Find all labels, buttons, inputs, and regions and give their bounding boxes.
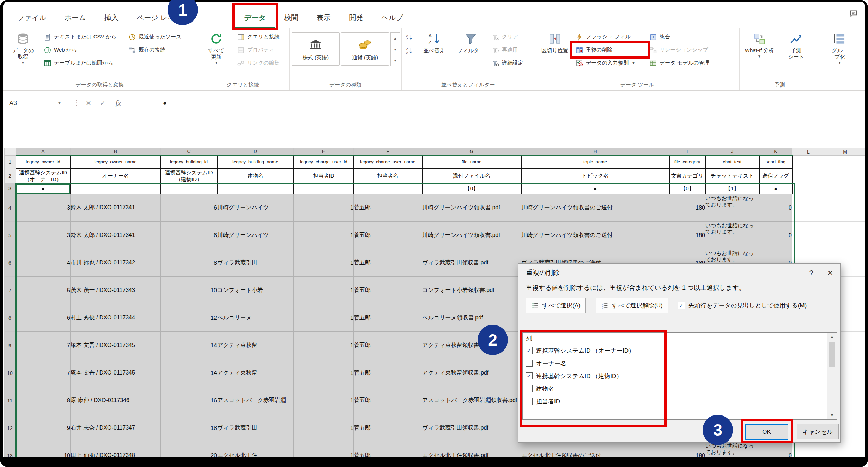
name-box[interactable]: A3 ▼ — [5, 96, 65, 110]
cell-B6[interactable]: 市川 錦也 / DXO-0117342 — [71, 249, 161, 277]
cell-I5[interactable]: 180 — [669, 222, 705, 249]
cell-H5[interactable]: 川崎グリーンハイツ領収書のご送付 — [521, 222, 669, 249]
cell-D3[interactable] — [217, 183, 294, 194]
cell-M4[interactable] — [825, 194, 866, 222]
tab-home[interactable]: ホーム — [55, 7, 95, 28]
from-table-range-button[interactable]: テーブルまたは範囲から — [42, 56, 125, 70]
cell-L2[interactable] — [792, 168, 825, 183]
cell-A11[interactable]: 8 — [16, 387, 71, 414]
cell-A2[interactable]: 連携基幹システムID （オーナーID） — [16, 168, 71, 183]
tab-help[interactable]: ヘルプ — [372, 7, 412, 28]
cell-I13[interactable]: 180 — [669, 442, 705, 457]
cell-J5[interactable]: いつもお世話になっております。 — [705, 222, 759, 249]
edit-links-button[interactable]: リンクの編集 — [235, 56, 288, 70]
row-header-9[interactable]: 9 — [5, 332, 16, 359]
cell-J2[interactable]: チャットテキスト — [705, 168, 759, 183]
cell-M3[interactable] — [825, 183, 866, 194]
tab-file[interactable]: ファイル — [8, 7, 55, 28]
recent-sources-button[interactable]: 最近使ったソース — [127, 30, 195, 43]
cell-E9[interactable]: 1 — [294, 332, 354, 359]
cell-C5[interactable]: 6 — [161, 222, 217, 249]
cell-B12[interactable]: 石井 志奈 / DXO-0117347 — [71, 414, 161, 442]
flash-fill-button[interactable]: フラッシュ フィル — [574, 30, 646, 43]
cell-K3[interactable]: ● — [759, 183, 792, 194]
column-header-M[interactable]: M — [825, 148, 866, 156]
cell-G5[interactable]: 川崎グリーンハイツ領収書.pdf — [422, 222, 521, 249]
cell-F1[interactable]: legacy_charge_user_name — [354, 156, 422, 168]
row-header-1[interactable]: 1 — [5, 156, 16, 168]
close-icon[interactable]: ✕ — [820, 264, 840, 282]
group-button[interactable]: グループ化▼ — [822, 30, 857, 80]
cancel-entry-icon[interactable]: ✕ — [81, 96, 96, 110]
cell-F4[interactable]: 菅五郎 — [354, 194, 422, 222]
ok-button[interactable]: OK — [745, 424, 788, 440]
cell-A5[interactable]: 3 — [16, 222, 71, 249]
cell-B2[interactable]: オーナー名 — [71, 168, 161, 183]
cell-D10[interactable]: アクティ東秋留 — [217, 359, 294, 387]
scrollbar-thumb[interactable] — [829, 342, 835, 367]
cell-M1[interactable] — [825, 156, 866, 168]
column-header-B[interactable]: B — [71, 148, 161, 156]
row-header-2[interactable]: 2 — [5, 168, 16, 183]
refresh-all-button[interactable]: すべて更新▼ — [199, 30, 234, 80]
row-header-4[interactable]: 4 — [5, 194, 16, 222]
cell-A4[interactable]: 3 — [16, 194, 71, 222]
cell-E5[interactable]: 1 — [294, 222, 354, 249]
cell-B8[interactable]: 村上 秀俊 / DXO-0117344 — [71, 304, 161, 332]
cell-D13[interactable]: エクセル北千住 — [217, 442, 294, 457]
cell-H13[interactable]: エクセル北千住領収書のご送付 — [521, 442, 669, 457]
cell-G10[interactable]: アクティ東秋留領収書.pdf — [422, 359, 521, 387]
cell-A9[interactable]: 7 — [16, 332, 71, 359]
tab-developer[interactable]: 開発 — [340, 7, 372, 28]
cell-F3[interactable] — [354, 183, 422, 194]
cell-C6[interactable]: 8 — [161, 249, 217, 277]
row-header-12[interactable]: 12 — [5, 414, 16, 442]
cell-I1[interactable]: file_category — [669, 156, 705, 168]
dialog-titlebar[interactable]: 重複の削除 ? ✕ — [518, 264, 840, 282]
cell-J3[interactable]: 【1】 — [705, 183, 759, 194]
text-to-columns-button[interactable]: 区切り位置 — [537, 30, 572, 80]
column-header-C[interactable]: C — [161, 148, 217, 156]
cell-C2[interactable]: 連携基幹システムID （建物ID） — [161, 168, 217, 183]
cell-D11[interactable]: アスコットパーク赤羽岩淵 — [217, 387, 294, 414]
remove-duplicates-button[interactable]: 重複の削除 — [574, 43, 646, 56]
row-header-13[interactable]: 13 — [5, 442, 16, 457]
cell-C8[interactable]: 12 — [161, 304, 217, 332]
cell-F11[interactable]: 菅五郎 — [354, 387, 422, 414]
cell-F2[interactable]: 担当者名 — [354, 168, 422, 183]
cell-B10[interactable]: 塚本 文吾 / DXO-0117345 — [71, 359, 161, 387]
queries-and-connections-button[interactable]: クエリと接続 — [235, 30, 288, 43]
cell-F13[interactable]: 菅五郎 — [354, 442, 422, 457]
formula-input[interactable]: ● — [155, 96, 862, 110]
cell-A6[interactable]: 4 — [16, 249, 71, 277]
cell-K13[interactable]: 0 — [759, 442, 792, 457]
column-header-L[interactable]: L — [792, 148, 825, 156]
cell-F10[interactable]: 菅五郎 — [354, 359, 422, 387]
cell-H3[interactable]: ● — [521, 183, 669, 194]
headers-checkbox[interactable]: ✓ 先頭行をデータの見出しとして使用する(M) — [678, 301, 807, 310]
existing-connections-button[interactable]: 既存の接続 — [127, 43, 195, 56]
scroll-down-icon[interactable]: ▼ — [827, 411, 837, 419]
cell-C3[interactable] — [161, 183, 217, 194]
cell-G11[interactable]: アスコットパーク赤羽岩淵領収書.pdf — [422, 387, 521, 414]
cell-E7[interactable]: 1 — [294, 277, 354, 304]
column-header-D[interactable]: D — [217, 148, 294, 156]
currencies-card[interactable]: 通貨 (英語) — [341, 32, 389, 66]
cancel-button[interactable]: キャンセル — [797, 424, 839, 439]
column-option-4[interactable]: 担当者ID — [523, 395, 837, 408]
cell-F12[interactable]: 菅五郎 — [354, 414, 422, 442]
cell-L13[interactable] — [792, 442, 825, 457]
cell-E12[interactable]: 1 — [294, 414, 354, 442]
cell-B3[interactable] — [71, 183, 161, 194]
cell-D8[interactable]: ベルコリーヌ — [217, 304, 294, 332]
column-header-I[interactable]: I — [669, 148, 705, 156]
cell-D2[interactable]: 建物名 — [217, 168, 294, 183]
insert-function-icon[interactable]: fx — [111, 96, 125, 110]
cell-E1[interactable]: legacy_charge_user_id — [294, 156, 354, 168]
cell-D12[interactable]: ヴィラ武蔵引田 — [217, 414, 294, 442]
cell-G13[interactable]: エクセル北千住領収書.pdf — [422, 442, 521, 457]
tab-review[interactable]: 校閲 — [275, 7, 308, 28]
checkbox-icon[interactable] — [526, 398, 533, 405]
help-icon[interactable]: ? — [802, 269, 820, 277]
checkbox-icon[interactable] — [526, 385, 533, 392]
